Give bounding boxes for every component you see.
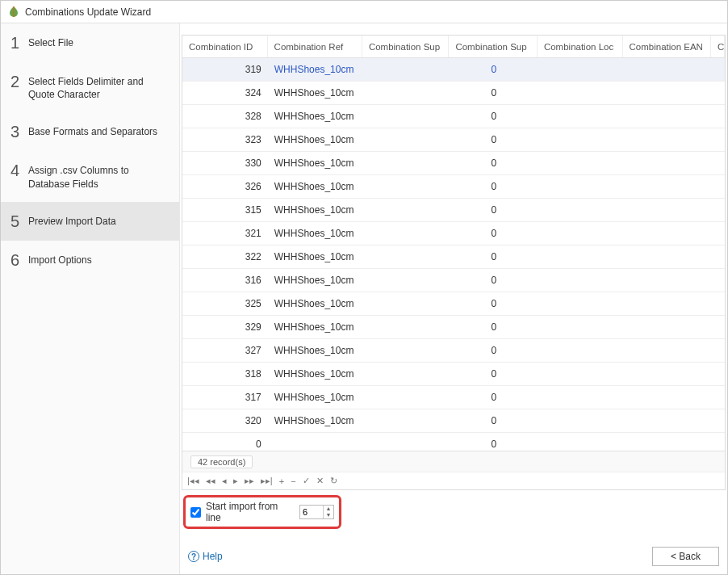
cell-sup2: 0: [450, 105, 538, 128]
wizard-step[interactable]: 1Select File: [1, 23, 179, 62]
nav-cancel-icon[interactable]: ✕: [316, 476, 324, 486]
cell-ref: WHHShoes_10cm: [268, 363, 362, 385]
cell-ref: WHHShoes_10cm: [268, 199, 362, 221]
nav-delete-icon[interactable]: −: [291, 476, 295, 486]
nav-ok-icon[interactable]: ✓: [303, 476, 310, 486]
table-row[interactable]: 326WHHShoes_10cm0: [182, 175, 725, 199]
nav-prev-icon[interactable]: ◂: [222, 476, 227, 486]
wizard-step[interactable]: 3Base Formats and Separators: [1, 112, 179, 151]
cell-loc: [538, 269, 624, 292]
cell-loc: [538, 199, 624, 221]
wizard-step[interactable]: 2Select Fields Delimiter and Quote Chara…: [1, 62, 179, 112]
table-row[interactable]: 325WHHShoes_10cm0: [182, 292, 725, 316]
column-header[interactable]: Combination Sup: [362, 36, 450, 57]
column-header[interactable]: Combinati: [711, 36, 725, 57]
start-import-input[interactable]: [300, 506, 323, 518]
cell-last: [712, 222, 725, 245]
cell-sup2: 0: [450, 269, 538, 292]
cell-loc: [538, 58, 624, 81]
cell-sup2: 0: [450, 433, 538, 451]
start-import-checkbox[interactable]: [190, 507, 201, 518]
cell-ref: WHHShoes_10cm: [268, 105, 362, 128]
help-link[interactable]: ? Help: [188, 551, 223, 562]
wizard-step[interactable]: 5Preview Import Data: [1, 202, 179, 241]
cell-last: [712, 433, 725, 451]
spinner-up-icon[interactable]: ▲: [324, 506, 333, 512]
step-label: Import Options: [28, 252, 169, 267]
cell-loc: [538, 409, 624, 432]
cell-last: [712, 269, 725, 292]
cell-ref: WHHShoes_10cm: [268, 386, 362, 409]
table-header-row: Combination IDCombination RefCombination…: [182, 36, 725, 58]
step-number: 5: [10, 213, 28, 229]
record-count: 42 record(s): [190, 455, 253, 468]
cell-loc: [538, 316, 624, 338]
cell-last: [712, 58, 725, 81]
nav-prevpage-icon[interactable]: ◂◂: [206, 476, 215, 486]
wizard-step[interactable]: 6Import Options: [1, 241, 179, 279]
table-row[interactable]: 316WHHShoes_10cm0: [182, 269, 725, 292]
cell-sup1: [362, 316, 450, 338]
table-row[interactable]: 319WHHShoes_10cm0: [182, 58, 725, 82]
cell-last: [712, 105, 725, 128]
column-header[interactable]: Combination EAN: [623, 36, 711, 57]
nav-last-icon[interactable]: ▸▸|: [261, 476, 273, 486]
cell-ean: [623, 82, 712, 104]
table-row[interactable]: 320WHHShoes_10cm0: [182, 409, 725, 433]
cell-loc: [538, 246, 624, 268]
spinner-down-icon[interactable]: ▼: [324, 512, 333, 518]
table-row[interactable]: 327WHHShoes_10cm0: [182, 339, 725, 363]
table-row[interactable]: 315WHHShoes_10cm0: [182, 199, 725, 222]
cell-id: 321: [182, 222, 268, 245]
nav-refresh-icon[interactable]: ↻: [330, 476, 337, 486]
cell-loc: [538, 222, 624, 245]
step-number: 3: [10, 124, 28, 140]
cell-ean: [623, 386, 712, 409]
table-row[interactable]: 322WHHShoes_10cm0: [182, 246, 725, 269]
cell-ean: [623, 175, 712, 198]
nav-first-icon[interactable]: |◂◂: [187, 476, 199, 486]
table-row[interactable]: 323WHHShoes_10cm0: [182, 128, 725, 152]
step-number: 1: [10, 35, 28, 51]
cell-sup1: [362, 246, 450, 268]
nav-next-icon[interactable]: ▸: [233, 476, 238, 486]
table-row[interactable]: 318WHHShoes_10cm0: [182, 363, 725, 386]
table-body[interactable]: 319WHHShoes_10cm0324WHHShoes_10cm0328WHH…: [182, 58, 725, 451]
column-header[interactable]: Combination Ref: [268, 36, 362, 57]
cell-last: [712, 409, 725, 432]
cell-ean: [623, 433, 712, 451]
table-row[interactable]: 328WHHShoes_10cm0: [182, 105, 725, 128]
cell-last: [712, 152, 725, 174]
cell-id: 330: [182, 152, 268, 174]
table-row[interactable]: 329WHHShoes_10cm0: [182, 316, 725, 339]
wizard-step[interactable]: 4Assign .csv Columns to Database Fields: [1, 151, 179, 201]
back-button[interactable]: < Back: [652, 547, 719, 566]
cell-ean: [623, 409, 712, 432]
column-header[interactable]: Combination ID: [182, 36, 268, 57]
column-header[interactable]: Combination Loc: [538, 36, 623, 57]
cell-ref: WHHShoes_10cm: [268, 152, 362, 174]
cell-ref: WHHShoes_10cm: [268, 222, 362, 245]
nav-add-icon[interactable]: +: [279, 476, 284, 486]
column-header[interactable]: Combination Sup: [449, 36, 537, 57]
start-import-line-group: Start import from line ▲ ▼: [183, 495, 341, 529]
table-row[interactable]: 324WHHShoes_10cm0: [182, 82, 725, 105]
nav-nextpage-icon[interactable]: ▸▸: [245, 476, 254, 486]
table-row[interactable]: 330WHHShoes_10cm0: [182, 152, 725, 175]
cell-last: [712, 316, 725, 338]
cell-ean: [623, 363, 712, 385]
window-title: Combinations Update Wizard: [25, 6, 151, 18]
cell-sup1: [362, 222, 450, 245]
cell-id: 320: [182, 409, 268, 432]
cell-last: [712, 82, 725, 104]
cell-ref: WHHShoes_10cm: [268, 128, 362, 151]
cell-last: [712, 246, 725, 268]
cell-loc: [538, 386, 624, 409]
preview-table: Combination IDCombination RefCombination…: [182, 35, 726, 490]
table-row[interactable]: 321WHHShoes_10cm0: [182, 222, 725, 246]
cell-sup2: 0: [450, 292, 538, 315]
cell-loc: [538, 433, 624, 451]
table-row[interactable]: 00: [182, 433, 725, 451]
cell-last: [712, 175, 725, 198]
table-row[interactable]: 317WHHShoes_10cm0: [182, 386, 725, 409]
